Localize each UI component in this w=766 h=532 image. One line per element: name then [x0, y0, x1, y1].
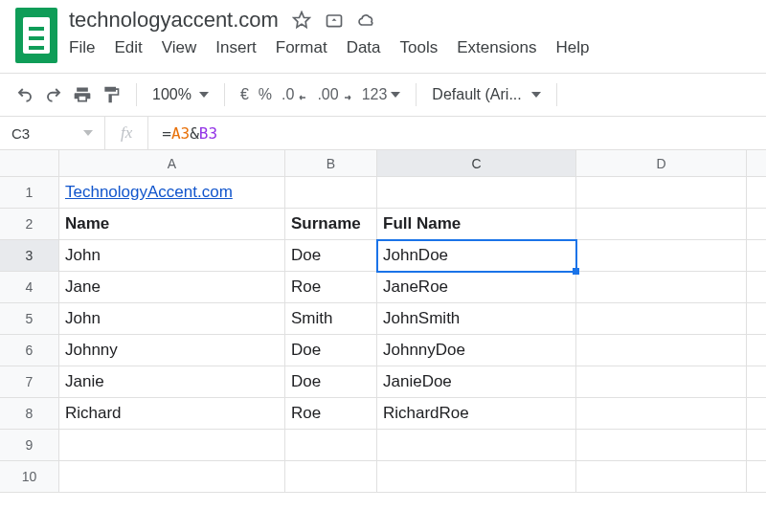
sheets-logo[interactable] [15, 8, 57, 63]
col-header-D[interactable]: D [576, 150, 747, 177]
font-select[interactable]: Default (Ari... [432, 86, 540, 103]
cell-D3[interactable] [576, 240, 747, 272]
zoom-select[interactable]: 100% [152, 86, 209, 103]
cell-A1[interactable]: TechnologyAccent.com [59, 177, 285, 209]
move-icon[interactable] [325, 11, 344, 30]
star-icon[interactable] [292, 11, 311, 30]
cell-E10[interactable] [747, 461, 766, 493]
cloud-status-icon[interactable] [357, 11, 376, 30]
cell-A5[interactable]: John [59, 303, 285, 335]
menu-tools[interactable]: Tools [400, 38, 439, 57]
cell-C9[interactable] [377, 430, 576, 461]
row-header-10[interactable]: 10 [0, 461, 59, 493]
cell-C8[interactable]: RichardRoe [377, 398, 576, 430]
cell-A7[interactable]: Janie [59, 366, 285, 398]
row-header-7[interactable]: 7 [0, 366, 59, 398]
cell-A9[interactable] [59, 430, 285, 461]
cell-A3[interactable]: John [59, 240, 285, 272]
chevron-down-icon [391, 92, 400, 98]
row-header-1[interactable]: 1 [0, 177, 59, 209]
menu-insert[interactable]: Insert [215, 38, 257, 57]
select-all-corner[interactable] [0, 150, 59, 177]
cell-C6[interactable]: JohnnyDoe [377, 335, 576, 366]
cell-C3[interactable]: JohnDoe [377, 240, 576, 272]
spreadsheet-grid: 12345678910 ABCD TechnologyAccent.comNam… [0, 150, 766, 493]
row-header-3[interactable]: 3 [0, 240, 59, 272]
cell-B7[interactable]: Doe [285, 366, 377, 398]
name-box[interactable]: C3 [0, 117, 105, 149]
col-header-B[interactable]: B [285, 150, 377, 177]
menu-help[interactable]: Help [555, 38, 589, 57]
paint-format-button[interactable] [101, 85, 121, 104]
cell-D8[interactable] [576, 398, 747, 430]
col-header-C[interactable]: C [377, 150, 576, 177]
row-header-2[interactable]: 2 [0, 209, 59, 240]
more-formats-button[interactable]: 123 [362, 86, 401, 103]
menu-format[interactable]: Format [276, 38, 327, 57]
cell-A2[interactable]: Name [59, 209, 285, 240]
cell-D4[interactable] [576, 272, 747, 303]
menu-extensions[interactable]: Extensions [457, 38, 536, 57]
menu-edit[interactable]: Edit [114, 38, 142, 57]
cell-E4[interactable] [747, 272, 766, 303]
row-header-6[interactable]: 6 [0, 335, 59, 366]
cell-D9[interactable] [576, 430, 747, 461]
row-header-9[interactable]: 9 [0, 430, 59, 461]
font-name: Default (Ari... [432, 86, 521, 103]
cell-B2[interactable]: Surname [285, 209, 377, 240]
cell-A6[interactable]: Johnny [59, 335, 285, 366]
cell-E8[interactable] [747, 398, 766, 430]
cell-D7[interactable] [576, 366, 747, 398]
cell-C1[interactable] [377, 177, 576, 209]
fx-icon: fx [105, 117, 148, 149]
format-currency-button[interactable]: € [240, 86, 249, 103]
cell-E2[interactable] [747, 209, 766, 240]
cell-A10[interactable] [59, 461, 285, 493]
cell-D2[interactable] [576, 209, 747, 240]
cell-B8[interactable]: Roe [285, 398, 377, 430]
row-header-5[interactable]: 5 [0, 303, 59, 335]
cell-D1[interactable] [576, 177, 747, 209]
cell-B10[interactable] [285, 461, 377, 493]
main-menu: FileEditViewInsertFormatDataToolsExtensi… [69, 38, 589, 57]
row-header-8[interactable]: 8 [0, 398, 59, 430]
menu-view[interactable]: View [162, 38, 197, 57]
formula-input[interactable]: =A3&B3 [148, 124, 231, 143]
cell-B9[interactable] [285, 430, 377, 461]
row-header-4[interactable]: 4 [0, 272, 59, 303]
toolbar: 100% € % .0 .00 123 Default (Ari... [0, 74, 766, 116]
chevron-down-icon [199, 92, 209, 98]
print-button[interactable] [73, 85, 92, 104]
cell-C5[interactable]: JohnSmith [377, 303, 576, 335]
redo-button[interactable] [44, 86, 63, 103]
menu-data[interactable]: Data [347, 38, 381, 57]
cell-C7[interactable]: JanieDoe [377, 366, 576, 398]
cell-B6[interactable]: Doe [285, 335, 377, 366]
undo-button[interactable] [15, 86, 34, 103]
decrease-decimal-button[interactable]: .0 [282, 86, 307, 103]
cell-C10[interactable] [377, 461, 576, 493]
cell-C4[interactable]: JaneRoe [377, 272, 576, 303]
cell-B5[interactable]: Smith [285, 303, 377, 335]
cell-C2[interactable]: Full Name [377, 209, 576, 240]
format-percent-button[interactable]: % [259, 86, 272, 103]
cell-B4[interactable]: Roe [285, 272, 377, 303]
cell-B3[interactable]: Doe [285, 240, 377, 272]
document-title[interactable]: technologyaccent.com [69, 8, 279, 33]
cell-E1[interactable] [747, 177, 766, 209]
increase-decimal-button[interactable]: .00 [317, 86, 351, 103]
col-header-extra[interactable] [747, 150, 766, 177]
cell-D6[interactable] [576, 335, 747, 366]
col-header-A[interactable]: A [59, 150, 285, 177]
cell-E7[interactable] [747, 366, 766, 398]
cell-E5[interactable] [747, 303, 766, 335]
cell-D10[interactable] [576, 461, 747, 493]
cell-B1[interactable] [285, 177, 377, 209]
menu-file[interactable]: File [69, 38, 95, 57]
cell-E9[interactable] [747, 430, 766, 461]
cell-E3[interactable] [747, 240, 766, 272]
cell-D5[interactable] [576, 303, 747, 335]
cell-E6[interactable] [747, 335, 766, 366]
cell-A8[interactable]: Richard [59, 398, 285, 430]
cell-A4[interactable]: Jane [59, 272, 285, 303]
